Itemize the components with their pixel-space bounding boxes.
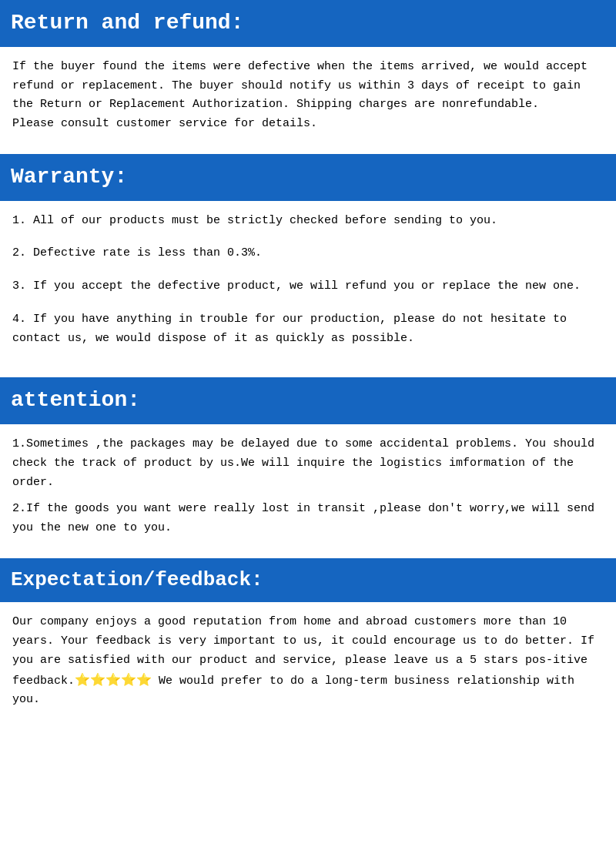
expectation-stars: ⭐⭐⭐⭐⭐ — [75, 674, 152, 688]
warranty-item-2: 2. Defective rate is less than 0.3%. — [12, 244, 604, 263]
attention-item-1: 1.Sometimes ,the packages may be delayed… — [12, 435, 604, 492]
expectation-header: Expectation/feedback: — [0, 558, 616, 603]
expectation-section: Expectation/feedback: Our company enjoys… — [0, 558, 616, 730]
warranty-content: 1. All of our products must be strictly … — [0, 201, 616, 378]
attention-item-2: 2.If the goods you want were really lost… — [12, 500, 604, 538]
warranty-item-3: 3. If you accept the defective product, … — [12, 277, 604, 296]
expectation-content: Our company enjoys a good reputation fro… — [0, 602, 616, 730]
expectation-text: Our company enjoys a good reputation fro… — [12, 613, 604, 710]
attention-section: attention: 1.Sometimes ,the packages may… — [0, 377, 616, 558]
return-refund-text: If the buyer found the items were defect… — [12, 58, 604, 134]
return-refund-header: Return and refund: — [0, 0, 616, 47]
attention-content: 1.Sometimes ,the packages may be delayed… — [0, 424, 616, 558]
warranty-header: Warranty: — [0, 154, 616, 201]
attention-header: attention: — [0, 377, 616, 424]
warranty-section: Warranty: 1. All of our products must be… — [0, 154, 616, 378]
warranty-item-1: 1. All of our products must be strictly … — [12, 212, 604, 231]
return-refund-content: If the buyer found the items were defect… — [0, 47, 616, 154]
warranty-item-4: 4. If you have anything in trouble for o… — [12, 310, 604, 349]
return-refund-section: Return and refund: If the buyer found th… — [0, 0, 616, 154]
